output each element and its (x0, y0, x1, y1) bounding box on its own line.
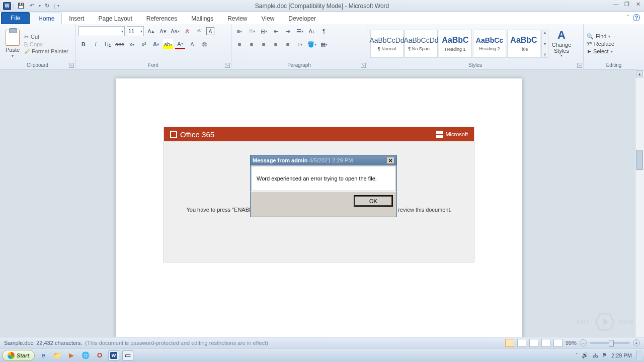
zoom-slider[interactable] (590, 342, 630, 344)
align-right-icon[interactable]: ≡ (259, 39, 269, 49)
tab-view[interactable]: View (255, 13, 282, 24)
save-icon[interactable]: 💾 (17, 2, 26, 11)
enclose-characters-icon[interactable]: ㊞ (199, 39, 209, 49)
qat-customize-icon[interactable]: ▾ (57, 4, 59, 8)
outline-view-button[interactable] (541, 339, 550, 347)
styles-gallery[interactable]: AaBbCcDd¶ Normal AaBbCcDd¶ No Spaci... A… (370, 30, 548, 58)
gallery-more-icon[interactable]: ⊻ (542, 53, 548, 57)
select-button[interactable]: ➤Select▾ (587, 48, 614, 55)
clear-formatting-icon[interactable]: A̷ (182, 26, 192, 36)
text-effects-icon[interactable]: A▾ (151, 39, 161, 49)
font-color-icon[interactable]: A▾ (175, 39, 185, 49)
styles-launcher-icon[interactable]: ↘ (577, 63, 582, 68)
ok-button[interactable]: OK (354, 196, 392, 206)
zoom-in-button[interactable]: + (633, 339, 640, 346)
scroll-thumb[interactable] (636, 150, 643, 170)
style-normal[interactable]: AaBbCcDd¶ Normal (370, 30, 404, 58)
undo-dropdown-icon[interactable]: ▾ (39, 4, 41, 8)
replace-button[interactable]: ᵃ⁄ᵇReplace (587, 41, 614, 47)
app-taskbar-icon[interactable]: ▭ (122, 350, 133, 360)
ie-icon[interactable]: e (38, 350, 49, 360)
change-styles-button[interactable]: A Change Styles ▾ (550, 29, 573, 58)
close-button[interactable]: ✕ (634, 1, 642, 8)
align-left-icon[interactable]: ≡ (234, 39, 245, 49)
zoom-out-button[interactable]: − (580, 339, 587, 346)
gallery-down-icon[interactable]: ▾ (542, 42, 548, 46)
tab-file[interactable]: File (1, 12, 30, 24)
restore-button[interactable]: ❐ (623, 1, 631, 8)
tab-insert[interactable]: Insert (62, 13, 91, 24)
style-heading-2[interactable]: AaBbCcHeading 2 (473, 30, 506, 58)
clock[interactable]: 2:29 PM (611, 352, 632, 358)
distributed-icon[interactable]: ≡ (283, 39, 293, 49)
format-painter-button[interactable]: 🖌Format Painter (24, 48, 68, 54)
volume-icon[interactable]: 🔊 (582, 352, 589, 358)
increase-indent-icon[interactable]: ⇥ (283, 26, 293, 36)
character-border-icon[interactable]: A (206, 27, 214, 35)
copy-button[interactable]: ⎘Copy (24, 41, 68, 47)
shading-icon[interactable]: 🪣▾ (307, 39, 317, 49)
redo-icon[interactable]: ↻ (43, 2, 52, 11)
start-button[interactable]: Start (2, 350, 35, 361)
align-center-icon[interactable]: ≡ (247, 39, 257, 49)
asian-layout-icon[interactable]: ☰▾ (295, 26, 305, 36)
borders-icon[interactable]: ▦▾ (319, 39, 329, 49)
paragraph-launcher-icon[interactable]: ↘ (361, 63, 366, 68)
paste-dropdown-icon[interactable]: ▾ (12, 54, 14, 58)
chrome-icon[interactable]: 🌐 (80, 350, 91, 360)
minimize-ribbon-icon[interactable]: ˆ (627, 14, 629, 21)
grow-font-icon[interactable]: A▴ (146, 26, 156, 36)
style-title[interactable]: AaBbCTitle (507, 30, 540, 58)
minimize-button[interactable]: — (612, 1, 620, 8)
dialog-titlebar[interactable]: Message from admin 4/5/2021 2:29 PM ✕ (251, 155, 396, 165)
bold-icon[interactable]: B (78, 39, 89, 49)
word-taskbar-icon[interactable]: W (108, 350, 119, 360)
numbering-icon[interactable]: ≣▾ (247, 26, 257, 36)
bullets-icon[interactable]: ≡▾ (234, 26, 245, 36)
zoom-level[interactable]: 99% (566, 340, 577, 346)
clipboard-launcher-icon[interactable]: ↘ (69, 63, 74, 68)
subscript-icon[interactable]: x₂ (127, 39, 137, 49)
highlight-icon[interactable]: ab▾ (163, 39, 173, 49)
vertical-scrollbar[interactable]: ▴ (635, 69, 644, 337)
help-icon[interactable]: ? (633, 14, 640, 21)
paste-button[interactable]: Paste ▾ (3, 30, 22, 58)
flag-icon[interactable]: ⚑ (602, 352, 607, 358)
dialog-close-button[interactable]: ✕ (386, 157, 394, 164)
strikethrough-icon[interactable]: abc (115, 39, 125, 49)
sort-icon[interactable]: A↓ (307, 26, 317, 36)
phonetic-guide-icon[interactable]: ᵃᵇ (194, 26, 204, 36)
underline-icon[interactable]: U▾ (103, 39, 113, 49)
shrink-font-icon[interactable]: A▾ (158, 26, 168, 36)
font-size-combo[interactable]: 11▾ (127, 26, 144, 36)
tab-review[interactable]: Review (220, 13, 254, 24)
justify-icon[interactable]: ≡ (271, 39, 281, 49)
tab-home[interactable]: Home (31, 13, 62, 24)
draft-view-button[interactable] (553, 339, 562, 347)
tab-page-layout[interactable]: Page Layout (91, 13, 139, 24)
show-hide-icon[interactable]: ¶ (319, 26, 329, 36)
media-player-icon[interactable]: ▶ (66, 350, 77, 360)
change-case-icon[interactable]: Aa▾ (170, 26, 180, 36)
opera-icon[interactable]: O (94, 350, 105, 360)
network-icon[interactable]: 🖧 (593, 352, 598, 358)
style-heading-1[interactable]: AaBbCHeading 1 (439, 30, 472, 58)
font-launcher-icon[interactable]: ↘ (225, 63, 230, 68)
cut-button[interactable]: ✂Cut (24, 34, 68, 40)
italic-icon[interactable]: I (91, 39, 101, 49)
tab-developer[interactable]: Developer (281, 13, 323, 24)
tab-references[interactable]: References (139, 13, 184, 24)
gallery-up-icon[interactable]: ▴ (542, 30, 548, 35)
multilevel-list-icon[interactable]: ⊟▾ (259, 26, 269, 36)
decrease-indent-icon[interactable]: ⇤ (271, 26, 281, 36)
web-layout-view-button[interactable] (529, 339, 538, 347)
print-layout-view-button[interactable] (505, 339, 514, 347)
tray-chevron-icon[interactable]: ˆ (576, 352, 578, 358)
superscript-icon[interactable]: x² (139, 39, 149, 49)
undo-icon[interactable]: ↶ (28, 2, 37, 11)
font-name-combo[interactable]: ▾ (78, 26, 125, 36)
scroll-up-icon[interactable]: ▴ (636, 70, 643, 77)
full-screen-view-button[interactable] (517, 339, 526, 347)
find-button[interactable]: 🔍Find▾ (587, 33, 614, 40)
line-spacing-icon[interactable]: ↕▾ (295, 39, 305, 49)
